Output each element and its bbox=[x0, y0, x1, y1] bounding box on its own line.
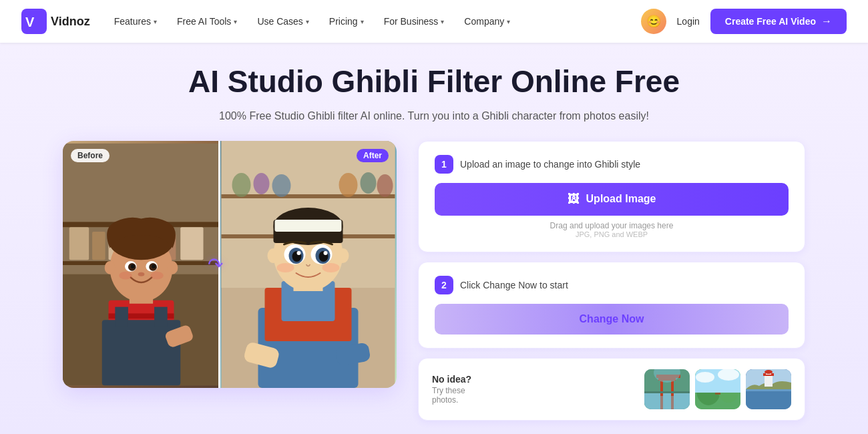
logo-text: Vidnoz bbox=[51, 15, 90, 29]
step-1-description: Upload an image to change into Ghibli st… bbox=[460, 159, 640, 170]
nav-item-use-cases[interactable]: Use Cases ▾ bbox=[249, 12, 316, 31]
step-1-card: 1 Upload an image to change into Ghibli … bbox=[418, 141, 805, 252]
nav-item-for-business[interactable]: For Business ▾ bbox=[376, 12, 453, 31]
image-upload-icon: 🖼 bbox=[568, 192, 580, 206]
svg-rect-86 bbox=[746, 389, 791, 409]
step-2-header: 2 Click Change Now to start bbox=[435, 276, 789, 294]
chevron-down-icon: ▾ bbox=[361, 18, 364, 25]
sample-image-1[interactable] bbox=[644, 369, 690, 409]
step-2-description: Click Change Now to start bbox=[460, 280, 568, 290]
svg-point-28 bbox=[152, 264, 156, 268]
upload-hint: Drag and upload your images here bbox=[435, 221, 789, 230]
no-idea-text: No idea? Try thesephotos. bbox=[432, 374, 471, 405]
logo[interactable]: V Vidnoz bbox=[21, 9, 90, 34]
svg-point-44 bbox=[377, 174, 393, 197]
svg-rect-89 bbox=[765, 375, 773, 387]
svg-point-27 bbox=[131, 264, 135, 268]
login-button[interactable]: Login bbox=[677, 16, 700, 27]
svg-rect-7 bbox=[92, 232, 105, 260]
svg-text:V: V bbox=[25, 15, 35, 29]
svg-point-29 bbox=[138, 272, 145, 276]
svg-point-31 bbox=[150, 272, 164, 280]
hero-section: AI Studio Ghibli Filter Online Free 100%… bbox=[0, 43, 868, 434]
step-2-badge: 2 bbox=[435, 276, 453, 294]
before-after-image: Before After ↷ bbox=[63, 141, 397, 388]
nav-links: Features ▾ Free AI Tools ▾ Use Cases ▾ P… bbox=[106, 12, 641, 31]
chevron-down-icon: ▾ bbox=[234, 18, 237, 25]
svg-point-62 bbox=[324, 251, 328, 255]
page-title: AI Studio Ghibli Filter Online Free bbox=[188, 64, 680, 99]
svg-rect-6 bbox=[69, 227, 89, 260]
svg-point-42 bbox=[339, 173, 358, 197]
arrow-right-icon: → bbox=[821, 15, 832, 27]
svg-rect-52 bbox=[275, 220, 342, 232]
svg-rect-17 bbox=[102, 320, 181, 385]
no-idea-title: No idea? bbox=[432, 374, 471, 385]
svg-rect-18 bbox=[115, 307, 128, 327]
svg-point-64 bbox=[322, 263, 340, 272]
before-label: Before bbox=[71, 149, 110, 162]
avatar[interactable]: 😊 bbox=[641, 9, 666, 34]
divider-arrow-icon: ↷ bbox=[208, 253, 223, 275]
upload-image-button[interactable]: 🖼 Upload Image bbox=[435, 183, 789, 216]
nav-item-features[interactable]: Features ▾ bbox=[106, 12, 165, 31]
svg-point-33 bbox=[168, 261, 178, 274]
svg-point-41 bbox=[272, 174, 291, 197]
chevron-down-icon: ▾ bbox=[306, 18, 309, 25]
after-label: After bbox=[357, 149, 389, 162]
svg-point-30 bbox=[119, 272, 132, 280]
svg-rect-74 bbox=[644, 391, 690, 393]
no-idea-subtitle: Try thesephotos. bbox=[432, 386, 471, 405]
svg-point-39 bbox=[232, 173, 251, 197]
step-2-card: 2 Click Change Now to start Change Now bbox=[418, 262, 805, 349]
svg-point-54 bbox=[337, 248, 349, 263]
change-now-button[interactable]: Change Now bbox=[435, 304, 789, 335]
svg-rect-19 bbox=[154, 307, 168, 327]
svg-rect-75 bbox=[660, 395, 663, 409]
hero-subtitle: 100% Free Studio Ghibli filter AI online… bbox=[219, 110, 649, 122]
svg-rect-76 bbox=[671, 395, 674, 409]
svg-rect-12 bbox=[180, 227, 203, 260]
step-1-header: 1 Upload an image to change into Ghibli … bbox=[435, 155, 789, 174]
chevron-down-icon: ▾ bbox=[154, 18, 157, 25]
right-panel: 1 Upload an image to change into Ghibli … bbox=[418, 141, 805, 421]
no-idea-card: No idea? Try thesephotos. bbox=[418, 358, 805, 421]
svg-point-40 bbox=[254, 173, 270, 194]
svg-point-32 bbox=[105, 261, 116, 274]
before-panel bbox=[63, 141, 220, 388]
chevron-down-icon: ▾ bbox=[507, 18, 510, 25]
nav-item-company[interactable]: Company ▾ bbox=[456, 12, 518, 31]
navbar: V Vidnoz Features ▾ Free AI Tools ▾ Use … bbox=[0, 0, 868, 43]
sample-image-3[interactable] bbox=[746, 369, 791, 409]
svg-point-53 bbox=[268, 248, 280, 263]
svg-point-61 bbox=[297, 251, 301, 255]
content-row: Before After ↷ bbox=[47, 141, 821, 421]
svg-rect-68 bbox=[644, 393, 690, 409]
nav-item-free-ai-tools[interactable]: Free AI Tools ▾ bbox=[169, 12, 245, 31]
sample-image-2[interactable] bbox=[695, 369, 740, 409]
svg-point-43 bbox=[361, 172, 377, 194]
create-free-ai-video-button[interactable]: Create Free AI Video → bbox=[710, 9, 847, 34]
after-panel bbox=[220, 141, 397, 388]
svg-rect-37 bbox=[222, 194, 395, 198]
step-1-badge: 1 bbox=[435, 155, 453, 174]
nav-item-pricing[interactable]: Pricing ▾ bbox=[321, 12, 372, 31]
svg-point-63 bbox=[277, 263, 294, 272]
nav-right: 😊 Login Create Free AI Video → bbox=[641, 9, 847, 34]
sample-images bbox=[644, 369, 791, 409]
chevron-down-icon: ▾ bbox=[441, 18, 444, 25]
svg-point-92 bbox=[765, 370, 773, 374]
before-after-inner bbox=[63, 141, 397, 388]
svg-point-83 bbox=[696, 372, 714, 383]
upload-hint-formats: JPG, PNG and WEBP bbox=[435, 230, 789, 238]
